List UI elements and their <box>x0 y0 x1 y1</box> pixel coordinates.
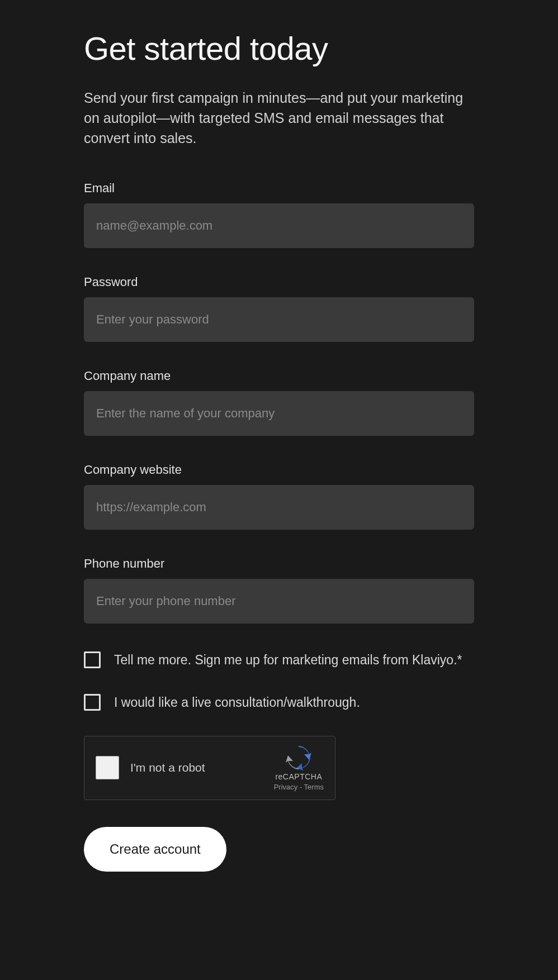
recaptcha-branding: reCAPTCHA Privacy - Terms <box>274 745 324 791</box>
phone-number-label: Phone number <box>84 556 474 571</box>
create-account-button[interactable]: Create account <box>84 827 226 872</box>
company-name-label: Company name <box>84 369 474 383</box>
recaptcha-checkbox[interactable] <box>96 756 119 779</box>
recaptcha-link-separator: - <box>297 783 304 791</box>
company-name-input[interactable] <box>84 391 474 436</box>
company-website-label: Company website <box>84 463 474 477</box>
consultation-checkbox[interactable] <box>84 694 101 711</box>
recaptcha-widget: I'm not a robot reCAPTCHA Privacy - Term… <box>84 736 335 800</box>
phone-number-field-group: Phone number <box>84 556 474 624</box>
recaptcha-icon <box>286 745 311 770</box>
consultation-checkbox-label: I would like a live consultation/walkthr… <box>114 693 360 712</box>
email-field-group: Email <box>84 181 474 248</box>
recaptcha-terms-link[interactable]: Terms <box>304 783 324 791</box>
company-website-input[interactable] <box>84 485 474 530</box>
password-label: Password <box>84 275 474 289</box>
recaptcha-privacy-link[interactable]: Privacy <box>274 783 298 791</box>
marketing-checkbox[interactable] <box>84 651 101 668</box>
email-label: Email <box>84 181 474 196</box>
phone-number-input[interactable] <box>84 579 474 624</box>
consultation-checkbox-group: I would like a live consultation/walkthr… <box>84 693 474 712</box>
recaptcha-links: Privacy - Terms <box>274 783 324 791</box>
recaptcha-brand-label: reCAPTCHA <box>275 772 322 781</box>
password-field-group: Password <box>84 275 474 342</box>
page-subheading: Send your first campaign in minutes—and … <box>84 88 474 149</box>
email-input[interactable] <box>84 203 474 248</box>
marketing-checkbox-group: Tell me more. Sign me up for marketing e… <box>84 650 474 670</box>
company-name-field-group: Company name <box>84 369 474 436</box>
recaptcha-text: I'm not a robot <box>130 761 274 774</box>
page-heading: Get started today <box>84 31 474 66</box>
password-input[interactable] <box>84 297 474 342</box>
marketing-checkbox-label: Tell me more. Sign me up for marketing e… <box>114 650 462 670</box>
company-website-field-group: Company website <box>84 463 474 530</box>
